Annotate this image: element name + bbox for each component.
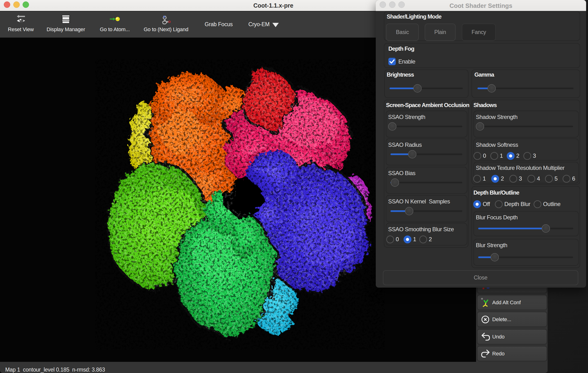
svg-text:O: O [168,20,171,23]
svg-text:N: N [163,15,165,19]
